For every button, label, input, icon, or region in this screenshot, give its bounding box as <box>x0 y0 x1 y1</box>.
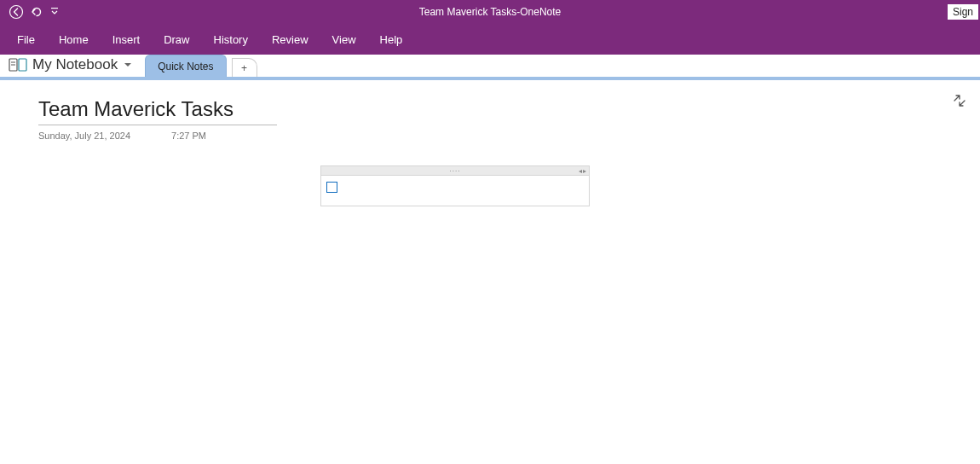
title-bar: Team Maverick Tasks - OneNote Sign <box>0 0 980 24</box>
notebook-icon <box>9 57 27 72</box>
section-tab-label: Quick Notes <box>158 61 213 72</box>
menu-draw[interactable]: Draw <box>152 28 201 51</box>
menu-file[interactable]: File <box>5 28 47 51</box>
page-time[interactable]: 7:27 PM <box>171 130 206 141</box>
customize-qat-icon[interactable] <box>49 5 60 19</box>
page-date[interactable]: Sunday, July 21, 2024 <box>38 130 130 141</box>
page-title[interactable]: Team Maverick Tasks <box>38 97 277 125</box>
add-section-button[interactable]: + <box>232 58 257 77</box>
notebook-dropdown[interactable]: My Notebook <box>7 56 140 77</box>
plus-icon: + <box>241 62 247 74</box>
fullscreen-icon[interactable] <box>953 94 966 111</box>
svg-rect-1 <box>51 8 58 9</box>
notebook-name: My Notebook <box>32 56 118 73</box>
menu-insert[interactable]: Insert <box>101 28 153 51</box>
chevron-down-icon <box>123 60 133 70</box>
note-outline[interactable]: ···· ◂▸ <box>320 165 590 206</box>
sign-in-button[interactable]: Sign <box>948 4 978 20</box>
ribbon-tabs: File Home Insert Draw History Review Vie… <box>0 24 980 55</box>
undo-icon[interactable] <box>29 4 44 20</box>
menu-history[interactable]: History <box>202 28 260 51</box>
page-canvas[interactable]: Team Maverick Tasks Sunday, July 21, 202… <box>0 80 980 461</box>
page-meta: Sunday, July 21, 2024 7:27 PM <box>38 130 277 141</box>
menu-home[interactable]: Home <box>47 28 101 51</box>
todo-checkbox[interactable] <box>326 182 337 193</box>
section-tab-quick-notes[interactable]: Quick Notes <box>145 55 226 77</box>
menu-review[interactable]: Review <box>260 28 320 51</box>
section-tab-row: My Notebook Quick Notes + <box>0 55 980 80</box>
svg-point-0 <box>10 6 23 19</box>
menu-view[interactable]: View <box>320 28 368 51</box>
outline-drag-handle[interactable]: ···· ◂▸ <box>320 165 590 176</box>
back-icon[interactable] <box>9 4 24 20</box>
window-title: Team Maverick Tasks - OneNote <box>0 0 980 24</box>
page-header: Team Maverick Tasks Sunday, July 21, 202… <box>38 97 277 141</box>
grip-dots-icon: ···· <box>450 167 461 175</box>
resize-handle-icon[interactable]: ◂▸ <box>579 167 587 175</box>
svg-rect-3 <box>19 59 26 71</box>
quick-access-toolbar <box>0 4 60 20</box>
outline-body[interactable] <box>320 176 590 206</box>
menu-help[interactable]: Help <box>368 28 415 51</box>
